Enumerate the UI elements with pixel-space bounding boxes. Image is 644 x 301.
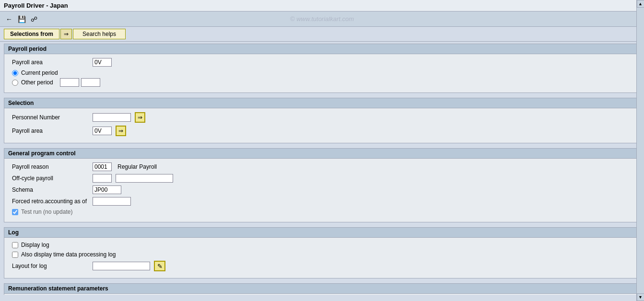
payroll-reason-label: Payroll reason — [12, 163, 89, 170]
layout-log-row: Layout for log ✎ — [12, 261, 632, 271]
general-program-header: General program control — [4, 149, 640, 159]
button-bar: Selections from ⇒ Search helps — [0, 27, 644, 42]
log-header: Log — [4, 228, 640, 238]
selections-from-button[interactable]: Selections from — [4, 29, 59, 39]
scroll-down-button[interactable]: ▼ — [637, 293, 644, 301]
payroll-reason-text: Regular Payroll — [117, 163, 157, 170]
forced-retro-input[interactable] — [93, 197, 131, 206]
search-helps-button[interactable]: Search helps — [73, 29, 126, 39]
log-section: Log Display log Also display time data p… — [4, 227, 640, 278]
title-bar: Payroll Driver - Japan — [0, 0, 644, 12]
general-program-section: General program control Payroll reason R… — [4, 148, 640, 222]
payroll-area-label: Payroll area — [12, 59, 89, 66]
off-cycle-input2[interactable] — [116, 174, 173, 183]
also-display-checkbox[interactable] — [12, 252, 18, 258]
schema-input[interactable] — [93, 185, 121, 194]
display-log-checkbox[interactable] — [12, 242, 18, 248]
payroll-period-header: Payroll period — [4, 44, 640, 54]
main-content: Payroll period Payroll area Current peri… — [0, 42, 644, 295]
save-button[interactable]: 💾 — [16, 14, 27, 24]
display-log-label: Display log — [21, 242, 49, 248]
test-run-checkbox[interactable] — [12, 209, 18, 215]
find-button[interactable]: ☍ — [29, 14, 39, 24]
toolbar-icons: ← 💾 ☍ — [4, 14, 39, 24]
other-period-label: Other period — [21, 79, 53, 86]
arrow-button[interactable]: ⇒ — [60, 29, 72, 39]
other-period-radio[interactable] — [12, 80, 18, 86]
off-cycle-label: Off-cycle payroll — [12, 175, 89, 182]
other-period-input1[interactable] — [60, 78, 79, 87]
payroll-reason-code-input[interactable] — [93, 162, 112, 171]
current-period-radio[interactable] — [12, 70, 18, 76]
selection-payroll-area-input[interactable] — [93, 127, 112, 135]
scrollbar: ▲ ▼ — [636, 0, 644, 301]
display-log-row: Display log — [12, 242, 632, 248]
schema-label: Schema — [12, 186, 89, 193]
toolbar: ← 💾 ☍ © www.tutorialkart.com — [0, 12, 644, 27]
personnel-number-label: Personnel Number — [12, 114, 89, 121]
off-cycle-input1[interactable] — [93, 174, 112, 183]
other-period-inputs — [60, 78, 100, 87]
selection-header: Selection — [4, 98, 640, 108]
remuneration-section: Remuneration statement parameters Layout… — [4, 283, 640, 295]
test-run-row: Test run (no update) — [12, 208, 632, 215]
log-body: Display log Also display time data proce… — [4, 238, 640, 278]
test-run-label: Test run (no update) — [21, 208, 72, 215]
back-button[interactable]: ← — [4, 14, 14, 24]
layout-log-label: Layout for log — [12, 263, 89, 269]
scroll-up-button[interactable]: ▲ — [637, 0, 644, 8]
payroll-area-row: Payroll area — [12, 58, 632, 67]
personnel-number-arrow-btn[interactable]: ⇒ — [135, 112, 145, 123]
personnel-number-input[interactable] — [93, 113, 131, 122]
schema-row: Schema — [12, 185, 632, 194]
also-display-row: Also display time data processing log — [12, 251, 632, 258]
selection-payroll-area-label: Payroll area — [12, 127, 89, 134]
payroll-area-input[interactable] — [93, 58, 112, 67]
remuneration-body: Layout for remun.statement — [4, 294, 640, 295]
other-period-input2[interactable] — [81, 78, 100, 87]
app-title: Payroll Driver - Japan — [4, 2, 68, 9]
remuneration-header: Remuneration statement parameters — [4, 284, 640, 294]
general-program-body: Payroll reason Regular Payroll Off-cycle… — [4, 159, 640, 222]
payroll-period-section: Payroll period Payroll area Current peri… — [4, 44, 640, 93]
off-cycle-row: Off-cycle payroll — [12, 174, 632, 183]
payroll-reason-row: Payroll reason Regular Payroll — [12, 162, 632, 171]
current-period-label: Current period — [21, 69, 58, 76]
personnel-number-row: Personnel Number ⇒ — [12, 112, 632, 123]
selection-body: Personnel Number ⇒ Payroll area ⇒ — [4, 108, 640, 143]
layout-log-input[interactable] — [93, 262, 150, 270]
selection-section: Selection Personnel Number ⇒ Payroll are… — [4, 98, 640, 143]
forced-retro-row: Forced retro.accounting as of — [12, 197, 632, 206]
forced-retro-label: Forced retro.accounting as of — [12, 198, 89, 205]
payroll-area-arrow-btn[interactable]: ⇒ — [116, 126, 126, 136]
watermark: © www.tutorialkart.com — [290, 15, 354, 23]
current-period-row: Current period — [12, 69, 632, 76]
selection-payroll-area-row: Payroll area ⇒ — [12, 126, 632, 136]
also-display-label: Also display time data processing log — [21, 251, 116, 258]
other-period-row: Other period — [12, 78, 632, 87]
payroll-period-body: Payroll area Current period Other period — [4, 54, 640, 93]
layout-log-edit-btn[interactable]: ✎ — [154, 261, 165, 271]
